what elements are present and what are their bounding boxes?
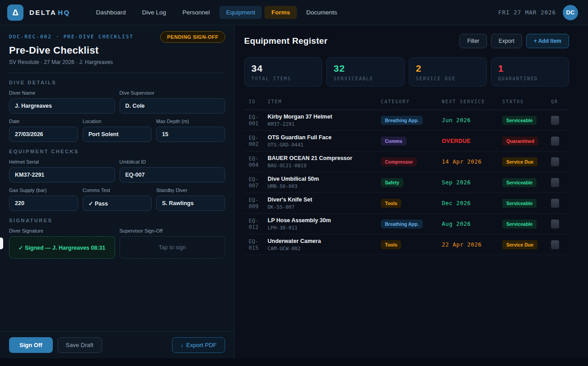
qr-code-icon[interactable] xyxy=(551,220,559,229)
add-item-button[interactable]: + Add Item xyxy=(526,34,569,48)
section-heading-equipment-checks: EQUIPMENT CHECKS xyxy=(9,149,225,154)
user-avatar[interactable]: DC xyxy=(563,5,578,20)
next-service: Sep 2026 xyxy=(442,179,502,186)
dive-supervisor-input[interactable] xyxy=(120,98,226,114)
item-id: EQ-002 xyxy=(244,135,268,147)
equipment-register-panel: Equipment Register Filter Export + Add I… xyxy=(235,25,588,358)
item-name: BAUER OCEAN 21 Compressor xyxy=(268,155,381,161)
stat-value: 2 xyxy=(416,63,480,74)
stat-label: QUARANTINED xyxy=(498,76,562,81)
status-badge: Serviceable xyxy=(502,199,537,208)
table-row[interactable]: EQ-015Underwater CameraCAM-UCW-002Tools2… xyxy=(244,234,569,255)
stat-value: 1 xyxy=(498,63,562,74)
umbilical-id-input[interactable] xyxy=(120,167,226,183)
stat-label: TOTAL ITEMS xyxy=(251,76,315,81)
topbar-right: FRI 27 MAR 2026 DC xyxy=(498,5,578,20)
item-cell: LP Hose Assembly 30mLPH-30-011 xyxy=(268,217,381,231)
location-input[interactable] xyxy=(83,127,152,142)
qr-code-icon[interactable] xyxy=(551,157,559,166)
export-button[interactable]: Export xyxy=(491,34,522,48)
delta-glyph: Δ xyxy=(12,8,19,18)
category-cell: Tools xyxy=(381,199,442,208)
qr-cell xyxy=(551,137,569,146)
page-title: Pre-Dive Checklist xyxy=(9,45,225,56)
table-row[interactable]: EQ-002OTS Guardian Full FaceOTS-GRD-0441… xyxy=(244,131,569,151)
stat-total-items: 34 TOTAL ITEMS xyxy=(244,57,322,87)
status-cell: Serviceable xyxy=(502,220,551,229)
standby-diver-input[interactable] xyxy=(156,196,225,211)
max-depth-label: Max Depth (m) xyxy=(156,119,225,124)
category-badge: Breathing App. xyxy=(381,220,423,229)
download-icon: ↓ xyxy=(181,342,184,348)
topbar: Δ DELTAHQ Dashboard Dive Log Personnel E… xyxy=(0,0,588,25)
diver-name-input[interactable] xyxy=(9,98,115,114)
date-input[interactable] xyxy=(9,127,78,142)
gas-supply-input[interactable] xyxy=(9,196,78,211)
qr-code-icon[interactable] xyxy=(551,240,559,249)
section-heading-signatures: SIGNATURES xyxy=(9,218,225,223)
stat-quarantined: 1 QUARANTINED xyxy=(491,57,569,87)
category-badge: Safety xyxy=(381,178,403,187)
table-row[interactable]: EQ-007Dive Umbilical 50mUMB-50-003Safety… xyxy=(244,172,569,193)
table-row[interactable]: EQ-004BAUER OCEAN 21 CompressorBAU-OC21-… xyxy=(244,151,569,172)
checklist-footer: Sign Off Save Draft ↓Export PDF xyxy=(0,331,234,358)
nav-documents[interactable]: Documents xyxy=(300,6,344,19)
item-cell: BAUER OCEAN 21 CompressorBAU-OC21-0819 xyxy=(268,155,381,169)
table-row[interactable]: EQ-012LP Hose Assembly 30mLPH-30-011Brea… xyxy=(244,214,569,234)
equipment-table-rows: EQ-001Kirby Morgan 37 HelmetKM37-2291Bre… xyxy=(244,110,569,255)
nav-forms[interactable]: Forms xyxy=(264,6,296,19)
qr-code-icon[interactable] xyxy=(551,137,559,146)
sign-off-button[interactable]: Sign Off xyxy=(9,337,53,353)
diver-signature-pad[interactable]: ✓ Signed — J. Hargreaves 08:31 xyxy=(9,236,115,259)
nav-personnel[interactable]: Personnel xyxy=(176,6,217,19)
item-id: EQ-009 xyxy=(244,197,268,210)
category-badge: Compressor xyxy=(381,157,417,166)
status-badge: Serviceable xyxy=(502,220,537,229)
comms-test-field: Comms Test xyxy=(83,188,152,211)
status-badge: Serviceable xyxy=(502,116,537,125)
standby-diver-label: Standby Diver xyxy=(156,188,225,193)
helmet-serial-input[interactable] xyxy=(9,167,115,183)
brand-accent-text: HQ xyxy=(58,9,70,16)
standby-diver-field: Standby Diver xyxy=(156,188,225,211)
gas-supply-label: Gas Supply (bar) xyxy=(9,188,78,193)
table-row[interactable]: EQ-001Kirby Morgan 37 HelmetKM37-2291Bre… xyxy=(244,110,569,131)
comms-test-input[interactable] xyxy=(83,196,152,211)
table-row[interactable]: EQ-009Diver's Knife SetDK-SS-007ToolsDec… xyxy=(244,193,569,214)
divider xyxy=(9,73,225,73)
helmet-serial-field: Helmet Serial xyxy=(9,159,115,183)
checklist-panel: DOC-REC-002 · PRE-DIVE CHECKLIST PENDING… xyxy=(0,25,235,358)
helmet-serial-label: Helmet Serial xyxy=(9,159,115,165)
nav-dive-log[interactable]: Dive Log xyxy=(135,6,173,19)
supervisor-signature-pad[interactable]: Tap to sign xyxy=(120,236,226,259)
export-pdf-label: Export PDF xyxy=(186,342,217,348)
gas-supply-field: Gas Supply (bar) xyxy=(9,188,78,211)
nav-equipment[interactable]: Equipment xyxy=(219,6,262,19)
date-label: Date xyxy=(9,119,78,124)
category-badge: Breathing App. xyxy=(381,116,423,125)
column-category: CATEGORY xyxy=(381,99,442,104)
stat-service-due: 2 SERVICE DUE xyxy=(409,57,487,87)
max-depth-input[interactable] xyxy=(156,127,225,142)
status-badge: Quarantined xyxy=(502,137,538,146)
nav-dashboard[interactable]: Dashboard xyxy=(89,6,133,19)
dive-supervisor-field: Dive Supervisor xyxy=(120,90,226,114)
export-pdf-button[interactable]: ↓Export PDF xyxy=(172,337,225,353)
item-name: Diver's Knife Set xyxy=(268,197,381,203)
qr-code-icon[interactable] xyxy=(551,116,559,125)
qr-code-icon[interactable] xyxy=(551,199,559,208)
category-badge: Comms xyxy=(381,137,407,146)
brand-name: DELTAHQ xyxy=(29,9,70,16)
item-code: LPH-30-011 xyxy=(268,225,381,231)
filter-button[interactable]: Filter xyxy=(459,34,487,48)
checklist-content: DOC-REC-002 · PRE-DIVE CHECKLIST PENDING… xyxy=(0,25,234,331)
panel-drag-handle[interactable] xyxy=(0,238,3,249)
next-service: 14 Apr 2026 xyxy=(442,158,502,165)
item-name: Kirby Morgan 37 Helmet xyxy=(268,114,381,120)
save-draft-button[interactable]: Save Draft xyxy=(57,337,102,353)
section-heading-dive-details: DIVE DETAILS xyxy=(9,80,225,85)
umbilical-id-field: Umbilical ID xyxy=(120,159,226,183)
qr-code-icon[interactable] xyxy=(551,178,559,187)
category-cell: Tools xyxy=(381,240,442,249)
item-code: DK-SS-007 xyxy=(268,204,381,210)
